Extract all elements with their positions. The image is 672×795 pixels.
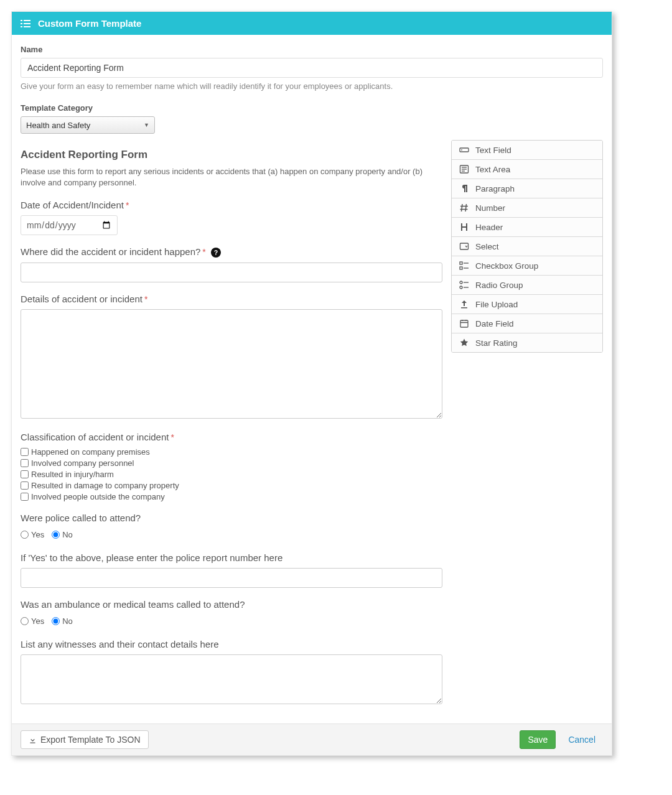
svg-rect-17 [460, 262, 462, 264]
checkbox[interactable] [21, 481, 29, 490]
component-palette: Text Field Text Area Paragraph Number [451, 140, 603, 353]
checkbox-label: Happened on company premises [31, 447, 150, 457]
svg-rect-2 [21, 23, 22, 24]
component-date-field[interactable]: Date Field [452, 314, 602, 333]
component-star-rating[interactable]: Star Rating [452, 333, 602, 352]
svg-rect-6 [460, 148, 469, 152]
details-question-text: Details of accident or incident [21, 294, 142, 304]
form-preview-intro: Please use this form to report any serio… [21, 166, 442, 188]
checkbox[interactable] [21, 470, 29, 478]
component-file-upload[interactable]: File Upload [452, 295, 602, 314]
date-input[interactable] [21, 215, 118, 235]
component-label: Date Field [475, 319, 514, 328]
radio[interactable] [52, 531, 60, 539]
svg-rect-1 [24, 20, 30, 21]
star-rating-icon [459, 338, 469, 348]
name-input[interactable] [21, 58, 603, 78]
svg-line-13 [465, 204, 467, 212]
required-marker: * [126, 200, 129, 210]
date-field-icon [459, 318, 469, 328]
component-text-field[interactable]: Text Field [452, 141, 602, 160]
component-header[interactable]: Header [452, 218, 602, 237]
radio[interactable] [21, 531, 29, 539]
component-text-area[interactable]: Text Area [452, 160, 602, 179]
chevron-down-icon: ▼ [144, 122, 149, 128]
svg-line-12 [462, 204, 463, 212]
classification-option-4[interactable]: Involved people outside the company [21, 492, 442, 501]
panel-title: Custom Form Template [38, 18, 141, 29]
svg-point-22 [460, 286, 462, 289]
checkbox[interactable] [21, 493, 29, 501]
ambulance-question-label: Was an ambulance or medical teams called… [21, 599, 442, 610]
classification-option-1[interactable]: Involved company personnel [21, 458, 442, 468]
header-icon [459, 222, 469, 232]
checkbox[interactable] [21, 459, 29, 467]
witnesses-question-label: List any witnesses and their contact det… [21, 639, 442, 649]
classification-option-3[interactable]: Resulted in damage to company property [21, 481, 442, 490]
svg-rect-0 [21, 20, 22, 21]
police-report-input[interactable] [21, 568, 442, 588]
svg-rect-4 [21, 26, 22, 27]
panel-header: Custom Form Template [12, 12, 612, 35]
category-select[interactable]: Health and Safety ▼ [21, 116, 155, 134]
component-number[interactable]: Number [452, 198, 602, 218]
component-checkbox-group[interactable]: Checkbox Group [452, 256, 602, 276]
date-question-label: Date of Accident/Incident* [21, 200, 442, 210]
checkbox[interactable] [21, 448, 29, 456]
checkbox-label: Resulted in damage to company property [31, 481, 179, 490]
component-label: Text Area [475, 165, 510, 174]
radio-label: No [62, 616, 73, 626]
classification-option-2[interactable]: Resulted in injury/harm [21, 470, 442, 479]
export-json-label: Export Template To JSON [40, 735, 141, 745]
police-radio-yes[interactable]: Yes [21, 530, 44, 539]
component-label: File Upload [475, 300, 518, 309]
police-report-label: If 'Yes' to the above, please enter the … [21, 552, 442, 563]
radio[interactable] [52, 617, 60, 625]
details-textarea[interactable] [21, 309, 442, 419]
radio[interactable] [21, 617, 29, 625]
category-selected: Health and Safety [26, 121, 90, 130]
name-label: Name [21, 45, 603, 54]
svg-rect-5 [24, 26, 30, 27]
checkbox-label: Involved people outside the company [31, 492, 165, 501]
component-paragraph[interactable]: Paragraph [452, 179, 602, 198]
number-icon [459, 203, 469, 213]
name-help: Give your form an easy to remember name … [21, 81, 603, 91]
required-marker: * [202, 247, 205, 257]
ambulance-radio-no[interactable]: No [52, 616, 73, 626]
save-button[interactable]: Save [520, 730, 556, 749]
witnesses-textarea[interactable] [21, 654, 442, 704]
svg-rect-25 [460, 320, 468, 327]
select-icon [459, 241, 469, 251]
cancel-button[interactable]: Cancel [561, 731, 603, 748]
where-input[interactable] [21, 263, 442, 282]
component-radio-group[interactable]: Radio Group [452, 276, 602, 295]
export-json-button[interactable]: Export Template To JSON [21, 730, 149, 749]
component-label: Checkbox Group [475, 261, 538, 271]
form-preview: Accident Reporting Form Please use this … [21, 140, 442, 718]
classification-option-0[interactable]: Happened on company premises [21, 447, 442, 457]
form-template-panel: Custom Form Template Name Give your form… [11, 11, 612, 756]
details-question-label: Details of accident or incident* [21, 294, 442, 304]
panel-body: Name Give your form an easy to remember … [12, 35, 612, 723]
component-label: Number [475, 203, 505, 213]
where-question-label: Where did the accident or incident happe… [21, 246, 442, 258]
form-preview-title: Accident Reporting Form [21, 149, 442, 161]
classification-question-text: Classification of accident or incident [21, 432, 169, 442]
component-select[interactable]: Select [452, 237, 602, 256]
help-icon[interactable]: ? [211, 248, 221, 258]
required-marker: * [170, 432, 174, 442]
police-question-label: Were police called to attend? [21, 513, 442, 523]
police-radio-no[interactable]: No [52, 530, 73, 539]
radio-group-icon [459, 280, 469, 290]
checkbox-label: Resulted in injury/harm [31, 470, 114, 479]
checkbox-group-icon [459, 261, 469, 271]
svg-point-21 [460, 281, 462, 284]
radio-label: Yes [31, 530, 44, 539]
text-field-icon [459, 145, 469, 155]
component-label: Text Field [475, 146, 511, 155]
radio-label: Yes [31, 616, 44, 626]
component-label: Header [475, 223, 503, 232]
classification-question-label: Classification of accident or incident* [21, 432, 442, 442]
ambulance-radio-yes[interactable]: Yes [21, 616, 44, 626]
